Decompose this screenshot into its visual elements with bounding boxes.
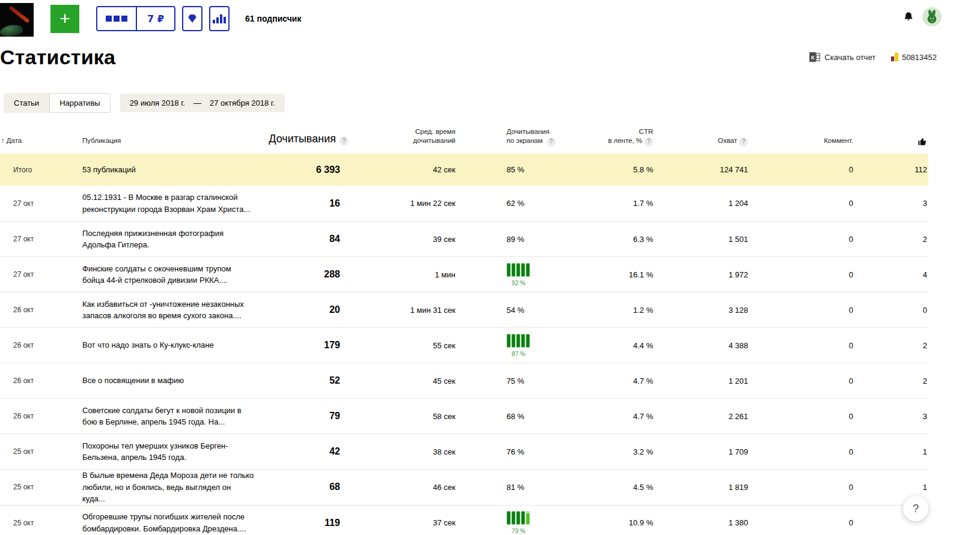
cell-avg-time: 1 мин xyxy=(348,270,455,279)
cell-screens: 68 % xyxy=(455,412,579,421)
column-header-screens: Дочитывания по экранам ? xyxy=(455,127,579,146)
cell-title[interactable]: Советские солдаты бегут к новой позиции … xyxy=(82,405,276,428)
notifications-bell-icon[interactable] xyxy=(903,11,914,23)
cell-avg-time: 46 сек xyxy=(348,483,455,492)
cards-button[interactable] xyxy=(97,7,136,30)
cell-title[interactable]: 53 публикаций xyxy=(82,164,276,176)
content-type-tabs: Статьи Нарративы xyxy=(4,93,111,113)
cell-reach: 1 380 xyxy=(653,518,748,527)
cell-avg-time: 1 мин 22 сек xyxy=(348,199,455,208)
tab-articles[interactable]: Статьи xyxy=(4,93,49,113)
cell-avg-time: 58 сек xyxy=(348,412,455,421)
metrika-icon xyxy=(891,53,898,61)
cell-reads: 179 xyxy=(276,340,348,351)
table-row: 25 окт Похороны тел умерших узников Берг… xyxy=(0,434,928,469)
gem-button[interactable] xyxy=(182,6,202,31)
ctr-help-icon[interactable]: ? xyxy=(644,138,653,147)
cell-reach: 2 261 xyxy=(653,412,748,421)
column-header-reach: Охват ? xyxy=(653,136,748,146)
thumbs-up-icon xyxy=(918,136,927,146)
date-range-picker[interactable]: 29 июля 2018 г. — 27 октября 2018 г. xyxy=(120,94,285,112)
cell-likes: 0 xyxy=(853,306,928,315)
cell-ctr: 4.4 % xyxy=(579,341,653,350)
top-bar: + 7 ₽ 61 подписчик xyxy=(0,0,980,37)
cell-comments: 0 xyxy=(748,376,853,385)
table-row: 25 окт Обгоревшие трупы погибших жителей… xyxy=(0,505,928,535)
table-row: 25 окт В былые времена Деда Мороза дети … xyxy=(0,469,928,505)
cell-title[interactable]: 05.12.1931 - В Москве в разгар сталинско… xyxy=(82,192,276,215)
cell-reads: 42 xyxy=(276,446,348,457)
cell-likes: 2 xyxy=(853,235,928,244)
cell-title[interactable]: В былые времена Деда Мороза дети не толь… xyxy=(82,470,276,505)
column-header-ctr: CTR в ленте, % ? xyxy=(579,127,653,146)
cell-screens: 85 % xyxy=(455,165,579,174)
cell-comments: 0 xyxy=(748,447,853,456)
stats-button[interactable] xyxy=(209,6,230,31)
balance-button[interactable]: 7 ₽ xyxy=(136,7,174,30)
channel-avatar[interactable] xyxy=(0,3,34,37)
cell-ctr: 5.8 % xyxy=(579,165,653,174)
table-row: 26 окт Советские солдаты бегут к новой п… xyxy=(0,398,928,434)
cell-likes: 3 xyxy=(853,199,928,208)
cell-reach: 3 128 xyxy=(653,306,748,315)
column-header-avg-time: Сред. время дочитываний xyxy=(348,127,455,146)
title-actions: X Скачать отчет 50813452 xyxy=(809,52,937,62)
cell-reads: 68 xyxy=(276,482,348,492)
cell-likes: 112 xyxy=(853,165,928,174)
table-row: 26 окт Как избавиться от -уничтожение не… xyxy=(0,292,928,327)
cell-title[interactable]: Обгоревшие трупы погибших жителей после … xyxy=(82,511,276,534)
cell-date: 26 окт xyxy=(0,306,82,314)
subscribers-count: 61 подписчик xyxy=(245,14,301,23)
reads-help-icon[interactable]: ? xyxy=(339,136,348,145)
cell-reach: 4 388 xyxy=(653,341,748,350)
cell-title[interactable]: Финские солдаты с окоченевшим трупом бой… xyxy=(82,263,276,286)
rabbit-icon xyxy=(925,10,939,24)
table-row: 26 окт Вот что надо знать о Ку-клукс-кла… xyxy=(0,327,928,363)
cell-avg-time: 55 сек xyxy=(348,341,455,350)
cell-reach: 1 709 xyxy=(653,447,748,456)
cell-comments: 0 xyxy=(748,518,853,527)
cell-title[interactable]: Похороны тел умерших узников Берген-Бель… xyxy=(82,440,276,464)
screens-bars-widget xyxy=(507,334,530,348)
filters-row: Статьи Нарративы 29 июля 2018 г. — 27 ок… xyxy=(4,93,980,113)
cell-reads: 119 xyxy=(276,518,348,528)
cell-avg-time: 42 сек xyxy=(348,165,455,174)
column-header-likes xyxy=(853,136,928,146)
screens-bars-widget xyxy=(507,511,530,525)
cell-reads: 288 xyxy=(276,269,348,280)
balance-label: 7 ₽ xyxy=(147,13,164,25)
cell-avg-time: 37 сек xyxy=(348,518,455,527)
cell-comments: 0 xyxy=(748,199,853,208)
cell-title[interactable]: Последняя прижизненная фотография Адольф… xyxy=(82,228,276,251)
cell-likes: 4 xyxy=(853,270,928,279)
add-publication-button[interactable]: + xyxy=(50,5,79,33)
cell-avg-time: 45 сек xyxy=(348,376,455,385)
cell-date: 26 окт xyxy=(0,412,82,420)
cell-reads: 52 xyxy=(276,375,348,386)
cell-date: 27 окт xyxy=(0,235,82,243)
download-report-link[interactable]: X Скачать отчет xyxy=(809,52,875,62)
help-button[interactable]: ? xyxy=(903,496,928,521)
user-avatar[interactable] xyxy=(922,7,942,26)
column-header-reads: Дочитывания? xyxy=(276,131,348,146)
cell-ctr: 4.7 % xyxy=(579,376,653,385)
screens-help-icon[interactable]: ? xyxy=(547,138,556,147)
cell-screens: 76 % xyxy=(455,447,579,456)
reach-help-icon[interactable]: ? xyxy=(739,138,748,147)
cell-screens: 62 % xyxy=(455,199,579,208)
cell-title[interactable]: Все о посвящении в мафию xyxy=(82,375,276,387)
column-header-comments: Коммент. xyxy=(748,136,853,146)
metrika-counter-link[interactable]: 50813452 xyxy=(891,53,937,62)
column-header-date[interactable]: ↑Дата xyxy=(0,136,82,146)
table-row: 27 окт Финские солдаты с окоченевшим тру… xyxy=(0,256,928,292)
download-report-label: Скачать отчет xyxy=(824,53,875,62)
cell-likes: 1 xyxy=(853,447,928,456)
table-row: Итого 53 публикаций 6 393 42 сек 85 % 5.… xyxy=(0,154,928,186)
table-body: Итого 53 публикаций 6 393 42 сек 85 % 5.… xyxy=(0,154,928,535)
cell-title[interactable]: Как избавиться от -уничтожение незаконны… xyxy=(82,298,276,322)
cell-title[interactable]: Вот что надо знать о Ку-клукс-клане xyxy=(82,339,276,351)
tab-narratives[interactable]: Нарративы xyxy=(49,93,111,113)
cell-likes: 2 xyxy=(853,376,928,385)
cell-reach: 1 204 xyxy=(653,199,748,208)
cell-avg-time: 38 сек xyxy=(348,447,455,456)
